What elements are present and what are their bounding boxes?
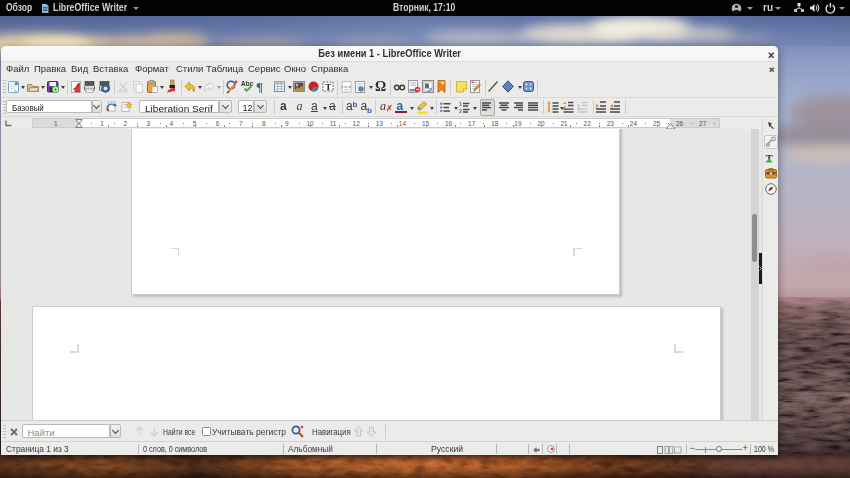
svg-text:T: T [325, 82, 331, 92]
svg-text:Abc: Abc [241, 80, 254, 87]
svg-text:2: 2 [459, 108, 462, 114]
svg-text:Ω: Ω [375, 79, 386, 94]
svg-text:1: 1 [459, 101, 462, 107]
svg-text:¶: ¶ [256, 79, 263, 94]
